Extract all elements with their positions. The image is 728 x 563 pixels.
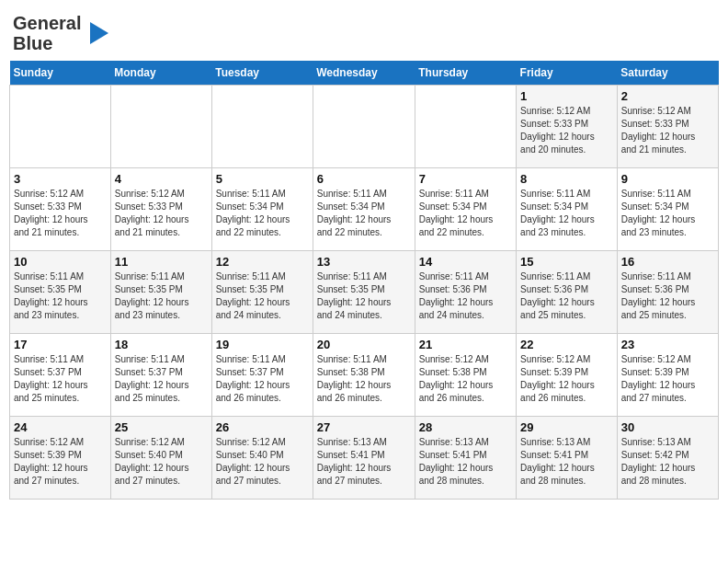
svg-marker-0 (90, 22, 108, 44)
day-cell: 25Sunrise: 5:12 AM Sunset: 5:40 PM Dayli… (110, 417, 211, 500)
day-number: 16 (621, 255, 714, 269)
day-number: 18 (115, 338, 208, 351)
day-info: Sunrise: 5:13 AM Sunset: 5:41 PM Dayligh… (419, 436, 512, 488)
day-number: 11 (115, 255, 208, 269)
day-info: Sunrise: 5:11 AM Sunset: 5:37 PM Dayligh… (216, 353, 309, 405)
day-info: Sunrise: 5:13 AM Sunset: 5:42 PM Dayligh… (621, 436, 714, 488)
day-number: 7 (419, 172, 512, 186)
day-cell: 5Sunrise: 5:11 AM Sunset: 5:34 PM Daylig… (211, 168, 313, 251)
weekday-header-wednesday: Wednesday (313, 61, 415, 86)
day-number: 12 (216, 255, 309, 269)
day-info: Sunrise: 5:11 AM Sunset: 5:36 PM Dayligh… (621, 270, 714, 322)
day-cell: 13Sunrise: 5:11 AM Sunset: 5:35 PM Dayli… (313, 251, 415, 334)
day-number: 29 (520, 420, 613, 434)
day-info: Sunrise: 5:11 AM Sunset: 5:37 PM Dayligh… (115, 353, 208, 405)
weekday-header-sunday: Sunday (10, 61, 111, 86)
week-row-4: 17Sunrise: 5:11 AM Sunset: 5:37 PM Dayli… (10, 334, 719, 417)
day-number: 17 (14, 338, 107, 351)
day-info: Sunrise: 5:12 AM Sunset: 5:33 PM Dayligh… (621, 105, 714, 156)
logo-line1: General (13, 13, 81, 33)
day-number: 19 (216, 338, 309, 351)
day-cell: 20Sunrise: 5:11 AM Sunset: 5:38 PM Dayli… (313, 334, 415, 417)
day-number: 3 (14, 172, 107, 186)
weekday-header-saturday: Saturday (617, 61, 718, 86)
day-number: 20 (317, 338, 411, 351)
day-cell: 8Sunrise: 5:11 AM Sunset: 5:34 PM Daylig… (517, 168, 618, 251)
day-cell (415, 86, 516, 168)
day-number: 28 (419, 420, 512, 434)
day-cell: 23Sunrise: 5:12 AM Sunset: 5:39 PM Dayli… (617, 334, 718, 417)
day-cell: 10Sunrise: 5:11 AM Sunset: 5:35 PM Dayli… (10, 251, 111, 334)
day-cell: 19Sunrise: 5:11 AM Sunset: 5:37 PM Dayli… (211, 334, 313, 417)
day-info: Sunrise: 5:11 AM Sunset: 5:35 PM Dayligh… (14, 270, 107, 322)
calendar-table: SundayMondayTuesdayWednesdayThursdayFrid… (9, 61, 719, 500)
day-cell: 2Sunrise: 5:12 AM Sunset: 5:33 PM Daylig… (617, 86, 718, 168)
day-info: Sunrise: 5:11 AM Sunset: 5:37 PM Dayligh… (14, 353, 107, 405)
logo-line2: Blue (13, 33, 81, 53)
day-number: 26 (216, 420, 309, 434)
day-cell: 22Sunrise: 5:12 AM Sunset: 5:39 PM Dayli… (517, 334, 618, 417)
day-info: Sunrise: 5:12 AM Sunset: 5:40 PM Dayligh… (216, 436, 309, 488)
day-cell: 12Sunrise: 5:11 AM Sunset: 5:35 PM Dayli… (211, 251, 313, 334)
weekday-header-friday: Friday (517, 61, 618, 86)
day-number: 22 (520, 338, 613, 351)
day-number: 27 (317, 420, 411, 434)
day-cell: 3Sunrise: 5:12 AM Sunset: 5:33 PM Daylig… (10, 168, 111, 251)
week-row-1: 1Sunrise: 5:12 AM Sunset: 5:33 PM Daylig… (10, 86, 719, 168)
day-cell: 27Sunrise: 5:13 AM Sunset: 5:41 PM Dayli… (313, 417, 415, 500)
day-info: Sunrise: 5:12 AM Sunset: 5:40 PM Dayligh… (115, 436, 208, 488)
day-info: Sunrise: 5:13 AM Sunset: 5:41 PM Dayligh… (520, 436, 613, 488)
day-info: Sunrise: 5:11 AM Sunset: 5:35 PM Dayligh… (216, 270, 309, 322)
day-number: 24 (14, 420, 107, 434)
day-number: 6 (317, 172, 411, 186)
day-info: Sunrise: 5:12 AM Sunset: 5:38 PM Dayligh… (419, 353, 512, 405)
day-info: Sunrise: 5:11 AM Sunset: 5:34 PM Dayligh… (216, 188, 309, 239)
day-cell: 24Sunrise: 5:12 AM Sunset: 5:39 PM Dayli… (10, 417, 111, 500)
day-info: Sunrise: 5:11 AM Sunset: 5:35 PM Dayligh… (115, 270, 208, 322)
day-cell: 7Sunrise: 5:11 AM Sunset: 5:34 PM Daylig… (415, 168, 516, 251)
day-cell: 21Sunrise: 5:12 AM Sunset: 5:38 PM Dayli… (415, 334, 516, 417)
day-number: 13 (317, 255, 411, 269)
day-info: Sunrise: 5:12 AM Sunset: 5:33 PM Dayligh… (115, 188, 208, 239)
day-number: 15 (520, 255, 613, 269)
day-cell: 4Sunrise: 5:12 AM Sunset: 5:33 PM Daylig… (110, 168, 211, 251)
day-cell: 9Sunrise: 5:11 AM Sunset: 5:34 PM Daylig… (617, 168, 718, 251)
day-info: Sunrise: 5:12 AM Sunset: 5:33 PM Dayligh… (14, 188, 107, 239)
day-number: 2 (621, 89, 714, 103)
day-cell (10, 86, 111, 168)
weekday-header-row: SundayMondayTuesdayWednesdayThursdayFrid… (10, 61, 719, 86)
day-info: Sunrise: 5:11 AM Sunset: 5:34 PM Dayligh… (621, 188, 714, 239)
day-info: Sunrise: 5:12 AM Sunset: 5:39 PM Dayligh… (520, 353, 613, 405)
day-cell (313, 86, 415, 168)
day-cell: 17Sunrise: 5:11 AM Sunset: 5:37 PM Dayli… (10, 334, 111, 417)
day-info: Sunrise: 5:11 AM Sunset: 5:36 PM Dayligh… (520, 270, 613, 322)
day-info: Sunrise: 5:11 AM Sunset: 5:35 PM Dayligh… (317, 270, 411, 322)
day-cell: 1Sunrise: 5:12 AM Sunset: 5:33 PM Daylig… (517, 86, 618, 168)
day-number: 8 (520, 172, 613, 186)
day-cell: 18Sunrise: 5:11 AM Sunset: 5:37 PM Dayli… (110, 334, 211, 417)
day-cell: 6Sunrise: 5:11 AM Sunset: 5:34 PM Daylig… (313, 168, 415, 251)
day-cell: 11Sunrise: 5:11 AM Sunset: 5:35 PM Dayli… (110, 251, 211, 334)
day-number: 21 (419, 338, 512, 351)
day-cell: 29Sunrise: 5:13 AM Sunset: 5:41 PM Dayli… (517, 417, 618, 500)
day-cell: 26Sunrise: 5:12 AM Sunset: 5:40 PM Dayli… (211, 417, 313, 500)
day-info: Sunrise: 5:11 AM Sunset: 5:34 PM Dayligh… (520, 188, 613, 239)
day-cell: 15Sunrise: 5:11 AM Sunset: 5:36 PM Dayli… (517, 251, 618, 334)
day-info: Sunrise: 5:12 AM Sunset: 5:39 PM Dayligh… (621, 353, 714, 405)
day-cell: 28Sunrise: 5:13 AM Sunset: 5:41 PM Dayli… (415, 417, 516, 500)
day-cell (211, 86, 313, 168)
day-info: Sunrise: 5:12 AM Sunset: 5:39 PM Dayligh… (14, 436, 107, 488)
weekday-header-monday: Monday (110, 61, 211, 86)
day-number: 9 (621, 172, 714, 186)
week-row-2: 3Sunrise: 5:12 AM Sunset: 5:33 PM Daylig… (10, 168, 719, 251)
day-number: 30 (621, 420, 714, 434)
day-info: Sunrise: 5:11 AM Sunset: 5:34 PM Dayligh… (317, 188, 411, 239)
day-number: 14 (419, 255, 512, 269)
day-info: Sunrise: 5:13 AM Sunset: 5:41 PM Dayligh… (317, 436, 411, 488)
day-number: 10 (14, 255, 107, 269)
weekday-header-thursday: Thursday (415, 61, 516, 86)
week-row-5: 24Sunrise: 5:12 AM Sunset: 5:39 PM Dayli… (10, 417, 719, 500)
weekday-header-tuesday: Tuesday (211, 61, 313, 86)
day-info: Sunrise: 5:11 AM Sunset: 5:36 PM Dayligh… (419, 270, 512, 322)
day-number: 5 (216, 172, 309, 186)
